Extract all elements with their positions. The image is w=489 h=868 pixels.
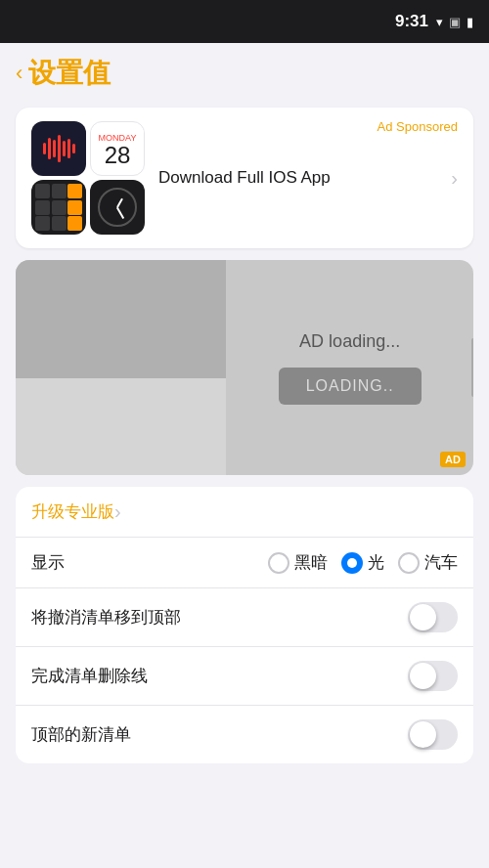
ad-loading-right-panel: AD loading... LOADING.. <box>226 260 473 475</box>
ad-badge: AD <box>440 452 466 467</box>
ad-scroll-hint <box>471 338 473 397</box>
wifi-icon: ▾ <box>436 15 443 29</box>
calc-grid <box>31 180 86 235</box>
radio-dark-circle <box>268 552 289 574</box>
delete-line-toggle-knob <box>410 663 436 689</box>
status-icons: ▾ ▣ ▮ <box>436 15 473 29</box>
ad-sponsored-label: Ad Sponsored <box>378 119 458 134</box>
radio-light[interactable]: 光 <box>341 551 384 574</box>
waveform <box>43 134 75 163</box>
move-to-top-toggle[interactable] <box>408 602 458 632</box>
settings-section: 升级专业版 › 显示 黑暗 光 汽车 将撤消清单移到顶部 <box>16 487 473 763</box>
app-icons-grid: Monday 28 <box>31 121 145 235</box>
ad-loading-left-panel <box>16 260 226 475</box>
display-radio-group: 黑暗 光 汽车 <box>268 551 458 574</box>
clock-min-hand <box>116 207 124 219</box>
move-to-top-row: 将撤消清单移到顶部 <box>16 588 473 647</box>
ad-text-section: Download Full IOS App <box>158 168 437 188</box>
upgrade-chevron-icon: › <box>114 500 121 523</box>
clock-app-icon <box>90 180 145 235</box>
cal-date: 28 <box>105 144 131 167</box>
delete-line-row: 完成清单删除线 <box>16 647 473 706</box>
header: ‹ 设置值 <box>0 43 489 100</box>
ad-loading-text: AD loading... <box>299 331 400 352</box>
radio-auto-label: 汽车 <box>424 551 458 574</box>
ad-card[interactable]: Ad Sponsored Monday 28 <box>16 108 473 248</box>
ad-loading-bottom-graphic <box>16 378 226 475</box>
radio-dark-label: 黑暗 <box>294 551 328 574</box>
radio-auto[interactable]: 汽车 <box>398 551 458 574</box>
ad-loading-button[interactable]: LOADING.. <box>279 368 422 405</box>
clock-face <box>98 188 137 227</box>
signal-icon: ▣ <box>449 15 461 29</box>
move-to-top-label: 将撤消清单移到顶部 <box>31 606 408 629</box>
back-chevron-icon: ‹ <box>16 61 22 86</box>
new-list-toggle[interactable] <box>408 719 458 750</box>
move-to-top-toggle-knob <box>410 604 436 630</box>
calculator-app-icon <box>31 180 86 235</box>
voice-app-icon <box>31 121 86 176</box>
calendar-app-icon: Monday 28 <box>90 121 145 176</box>
radio-light-label: 光 <box>368 551 384 574</box>
radio-light-circle <box>341 552 363 574</box>
battery-icon: ▮ <box>467 15 473 29</box>
ad-download-text: Download Full IOS App <box>158 168 437 188</box>
status-bar: 9:31 ▾ ▣ ▮ <box>0 0 489 43</box>
ad-chevron-icon: › <box>451 167 458 190</box>
upgrade-label: 升级专业版 <box>31 500 114 523</box>
radio-light-dot <box>347 558 357 568</box>
ad-loading-top-graphic <box>16 260 226 378</box>
upgrade-row[interactable]: 升级专业版 › <box>16 487 473 538</box>
display-label: 显示 <box>31 551 268 574</box>
new-list-toggle-knob <box>410 721 436 748</box>
header-title: 设置值 <box>28 55 111 92</box>
status-time: 9:31 <box>395 12 428 31</box>
radio-auto-circle <box>398 552 420 574</box>
ad-loading-card: AD loading... LOADING.. AD <box>16 260 473 475</box>
new-list-label: 顶部的新清单 <box>31 723 408 746</box>
radio-dark[interactable]: 黑暗 <box>268 551 328 574</box>
delete-line-toggle[interactable] <box>408 661 458 691</box>
new-list-row: 顶部的新清单 <box>16 706 473 763</box>
display-row: 显示 黑暗 光 汽车 <box>16 538 473 588</box>
delete-line-label: 完成清单删除线 <box>31 665 408 687</box>
back-button[interactable]: ‹ 设置值 <box>16 55 111 92</box>
